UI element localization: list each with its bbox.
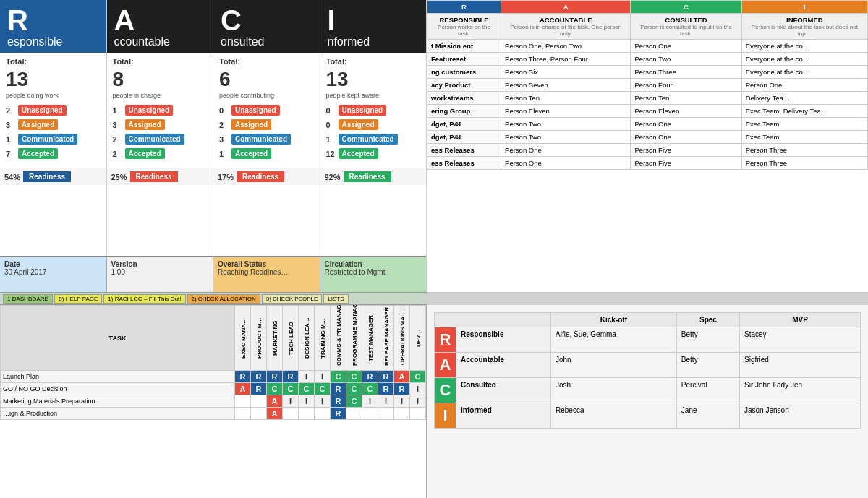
badge-count-1-2: 2	[113, 135, 123, 144]
a-col-8: Person Five	[631, 144, 741, 157]
legend-letter-1: A	[435, 353, 456, 378]
task-col-3: acy Product	[427, 79, 501, 92]
badge-1-2: Communicated	[125, 134, 184, 145]
card-subtitle-a: people in charge	[113, 92, 208, 99]
i-col-1: Everyone at the co…	[741, 53, 867, 66]
badge-row-1-3: 2 Accepted	[113, 148, 208, 159]
badge-0-1: Assigned	[18, 119, 58, 130]
badge-count-1-3: 2	[113, 150, 123, 158]
legend-value-0-1: Betty	[676, 327, 739, 353]
readiness-label-a: Readiness	[130, 171, 178, 182]
matrix-cell-3-6: R	[331, 408, 346, 420]
top-section: Responsible Total: 13 people doing work …	[0, 0, 868, 292]
tab-0[interactable]: 1 DASHBOARD	[3, 294, 53, 304]
tab-1[interactable]: 0) HELP PAGE	[54, 294, 102, 304]
badge-row-0-1: 3 Assigned	[6, 119, 101, 130]
badge-count-3-0: 0	[326, 106, 336, 115]
legend-role-0: Responsible	[456, 327, 551, 353]
badge-count-2-2: 3	[219, 135, 229, 144]
card-header-a: Accountable	[107, 0, 213, 53]
legend-row: CConsultedJoshPercivalSir John Lady Jen	[435, 378, 861, 403]
card-total-label-i: Total:	[326, 57, 421, 66]
legend-value-2-1: Percival	[676, 378, 739, 403]
tab-3[interactable]: 2) CHECK ALLOCATION	[187, 294, 260, 304]
readiness-pct-a: 25%	[111, 173, 127, 181]
matrix-cell-3-0	[235, 408, 251, 420]
circulation-label: Circulation	[325, 260, 422, 268]
readiness-pct-i: 92%	[325, 173, 341, 181]
badge-count-0-0: 2	[6, 106, 16, 115]
legend-value-3-2: Jason Jenson	[740, 403, 861, 429]
raci-card-a: Accountable Total: 8 people in charge 1 …	[107, 0, 214, 256]
matrix-task-1: GO / NO GO Decision	[1, 383, 235, 395]
legend-value-2-0: Josh	[550, 378, 676, 403]
matrix-cell-0-11: C	[410, 371, 426, 383]
legend-letter-2: C	[435, 378, 456, 403]
matrix-cell-2-11: I	[410, 395, 426, 408]
badge-count-2-3: 1	[219, 150, 229, 158]
raci-card-r: Responsible Total: 13 people doing work …	[0, 0, 107, 256]
matrix-cell-0-10: A	[394, 371, 410, 383]
th-i: I	[741, 1, 867, 14]
raci-table-row: ng customers Person Six Person Three Eve…	[427, 66, 868, 79]
card-header-c: Consulted	[213, 0, 320, 53]
matrix-area: TASKEXEC MANA…PRODUCT M…MARKETINGTECH LE…	[0, 305, 426, 498]
tab-5[interactable]: LISTS	[323, 294, 348, 304]
a-col-4: Person Ten	[631, 92, 741, 105]
legend-header-0	[435, 313, 551, 327]
raci-table-row: dget, P&L Person Two Person One Exec Tea…	[427, 131, 868, 144]
card-body-i: Total: 13 people kept aware 0 Unassigned…	[320, 53, 427, 164]
badge-0-3: Accepted	[18, 148, 58, 159]
matrix-cell-3-1	[251, 408, 267, 420]
readiness-row-r: 54% Readiness	[0, 168, 106, 185]
card-number-i: 13	[326, 69, 421, 90]
matrix-cell-3-8	[362, 408, 378, 420]
date-value: 30 April 2017	[4, 268, 102, 276]
readiness-pct-r: 54%	[4, 173, 20, 181]
th-a: A	[501, 1, 631, 14]
r-col-9: Person One	[501, 157, 631, 170]
legend-row: RResponsibleAlfie, Sue, GemmaBettyStacey	[435, 327, 861, 353]
matrix-cell-3-9	[378, 408, 394, 420]
badge-row-3-1: 0 Assigned	[326, 119, 421, 130]
matrix-cell-1-5: C	[315, 383, 331, 395]
legend-value-1-1: Betty	[676, 353, 739, 378]
badge-row-2-2: 3 Communicated	[219, 134, 314, 145]
a-col-6: Person One	[631, 118, 741, 131]
r-col-4: Person Ten	[501, 92, 631, 105]
card-body-a: Total: 8 people in charge 1 Unassigned 3…	[107, 53, 213, 164]
readiness-label-r: Readiness	[23, 171, 71, 182]
card-letter-a: A	[114, 6, 205, 35]
r-col-2: Person Six	[501, 66, 631, 79]
card-total-label-a: Total:	[113, 57, 208, 66]
legend-header-3: MVP	[740, 313, 861, 327]
matrix-cell-0-8: R	[362, 371, 378, 383]
matrix-cell-2-1	[251, 395, 267, 408]
i-col-3: Person One	[741, 79, 867, 92]
matrix-role-header-4: DESIGN LEA…	[299, 306, 315, 371]
task-col-7: dget, P&L	[427, 131, 501, 144]
card-letter-r: R	[7, 6, 98, 35]
circulation-cell: Circulation Restricted to Mgmt	[320, 257, 427, 292]
badge-row-2-0: 0 Unassigned	[219, 105, 314, 116]
matrix-cell-1-6: R	[331, 383, 346, 395]
matrix-cell-0-2: R	[267, 371, 283, 383]
r-col-8: Person One	[501, 144, 631, 157]
tab-4[interactable]: 3) CHECK PEOPLE	[262, 294, 323, 304]
legend-value-3-1: Jane	[676, 403, 739, 429]
badge-3-2: Communicated	[339, 134, 398, 145]
r-col-0: Person One, Person Two	[501, 40, 631, 53]
tab-2[interactable]: 1) RACI LOG – Fill This Out!	[103, 294, 185, 304]
card-letter-c: C	[221, 6, 311, 35]
card-subtitle-i: people kept aware	[326, 92, 421, 99]
matrix-cell-2-3: I	[283, 395, 299, 408]
card-number-c: 6	[219, 69, 314, 90]
badge-row-3-3: 12 Accepted	[326, 148, 421, 159]
readiness-row-a: 25% Readiness	[107, 168, 213, 185]
matrix-cell-2-8: I	[362, 395, 378, 408]
matrix-cell-3-11	[410, 408, 426, 420]
matrix-cell-0-4: I	[299, 371, 315, 383]
tabs-bar: 1 DASHBOARD0) HELP PAGE1) RACI LOG – Fil…	[0, 292, 427, 305]
i-col-9: Person Three	[741, 157, 867, 170]
left-dashboard: Responsible Total: 13 people doing work …	[0, 0, 427, 292]
